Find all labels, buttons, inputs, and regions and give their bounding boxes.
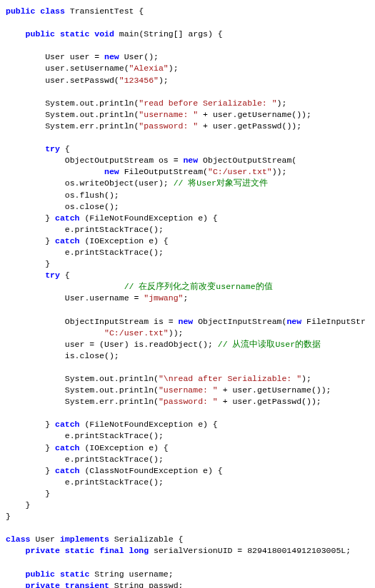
code-line: System.out.println( (6, 110, 139, 119)
string-literal: "username: " (159, 385, 218, 395)
code-line: String passwd; (109, 581, 184, 588)
code-line: )); (272, 167, 287, 176)
code-line: (FileNotFoundException e) { (80, 213, 218, 223)
code-line: ObjectOutputStream( (198, 156, 296, 165)
keyword: catch (55, 466, 80, 475)
code-line: ObjectInputStream( (193, 317, 286, 326)
code-line (6, 569, 26, 579)
keyword: new (179, 317, 194, 326)
code-block: public class TransientTest { public stat… (6, 6, 369, 588)
code-line: os.close(); (6, 202, 119, 211)
string-literal: "\nread after Serializable: " (159, 374, 301, 383)
keyword: implements (60, 534, 109, 544)
code-line: FileOutputStream( (119, 167, 208, 176)
string-literal: "123456" (119, 76, 159, 85)
method-sig: main(String[] args) { (114, 29, 223, 39)
code-line: } (6, 420, 55, 429)
code-line: user = (User) is.readObject(); (6, 340, 218, 349)
code-line: } (6, 259, 50, 268)
keyword: catch (55, 420, 80, 429)
code-line: } (6, 443, 55, 452)
code-line: User user = (6, 52, 104, 61)
comment: // 在反序列化之前改变username的值 (65, 282, 273, 291)
code-line: User(); (119, 52, 159, 61)
code-line: System.err.println( (6, 121, 139, 131)
keyword: catch (55, 213, 80, 223)
keyword: class (40, 6, 65, 16)
string-literal: "C:/user.txt" (208, 167, 272, 176)
keyword: catch (55, 443, 80, 452)
string-literal: "password: " (159, 397, 218, 406)
keyword: try (45, 270, 60, 280)
string-literal: "C:/user.txt" (104, 328, 169, 338)
comment: // 从流中读取User的数据 (218, 340, 321, 349)
code-line: + user.getPasswd()); (198, 121, 301, 131)
code-line (6, 581, 26, 588)
code-line: + user.getUsername()); (218, 385, 331, 395)
code-line: ; (183, 293, 188, 303)
keyword: public (6, 6, 35, 16)
keyword: public (26, 29, 55, 39)
code-line: e.printStackTrace(); (6, 455, 164, 464)
code-line: } (6, 489, 50, 498)
code-line (6, 328, 104, 338)
code-line: )); (169, 328, 184, 338)
keyword: private transient (26, 581, 109, 588)
code-line: ObjectOutputStream os = (6, 156, 183, 165)
code-line: os.writeObject(user); (6, 178, 174, 188)
code-line: ); (169, 64, 179, 73)
code-line: String username; (89, 569, 173, 579)
code-line: } (6, 236, 55, 245)
code-line: (FileNotFoundException e) { (80, 420, 218, 429)
code-line: (ClassNotFoundException e) { (80, 466, 223, 475)
code-line: (IOException e) { (80, 443, 169, 452)
code-line: User.username = (6, 293, 144, 303)
keyword: public static (26, 569, 90, 579)
keyword: new (286, 317, 301, 326)
class-name: TransientTest { (65, 6, 144, 16)
string-literal: "password: " (139, 121, 198, 131)
keyword: new (104, 167, 119, 176)
comment: // 将User对象写进文件 (174, 178, 268, 188)
code-line: user.setUsername( (6, 64, 129, 73)
code-line: System.err.println( (6, 397, 159, 406)
code-line: user.setPasswd( (6, 76, 119, 85)
keyword: private static final long (26, 546, 149, 555)
keyword: try (45, 144, 60, 153)
code-line: FileInputStr (301, 317, 366, 326)
code-line: e.printStackTrace(); (6, 477, 164, 487)
keyword: new (104, 52, 119, 61)
code-line: ); (301, 374, 311, 383)
code-line: os.flush(); (6, 191, 119, 200)
code-line: } (6, 213, 55, 223)
code-line: System.out.println( (6, 374, 159, 383)
code-line: System.out.println( (6, 98, 139, 108)
code-line (6, 546, 26, 555)
code-line: ); (277, 98, 287, 108)
code-line: ObjectInputStream is = (6, 317, 179, 326)
code-line: e.printStackTrace(); (6, 248, 164, 257)
string-literal: "jmwang" (144, 293, 183, 303)
code-line: } (6, 466, 55, 475)
keyword: void (94, 29, 114, 39)
code-line: } (6, 512, 11, 521)
keyword: static (60, 29, 89, 39)
code-line (6, 167, 104, 176)
code-line: serialVersionUID = 8294180014912103005L; (149, 546, 351, 555)
string-literal: "username: " (139, 110, 198, 119)
code-line: is.close(); (6, 351, 119, 360)
class-name: User (31, 534, 60, 544)
code-line: + user.getUsername()); (198, 110, 311, 119)
code-line: System.out.println( (6, 385, 159, 395)
code-line: e.printStackTrace(); (6, 225, 164, 234)
keyword: new (183, 156, 198, 165)
code-line: + user.getPasswd()); (218, 397, 321, 406)
code-line: (IOException e) { (80, 236, 169, 245)
keyword: catch (55, 236, 80, 245)
interface-name: Serializable { (109, 534, 184, 544)
keyword: class (6, 534, 31, 544)
string-literal: "Alexia" (129, 64, 169, 73)
code-line: } (6, 500, 31, 510)
code-line: e.printStackTrace(); (6, 431, 164, 440)
code-line: ); (159, 76, 169, 85)
